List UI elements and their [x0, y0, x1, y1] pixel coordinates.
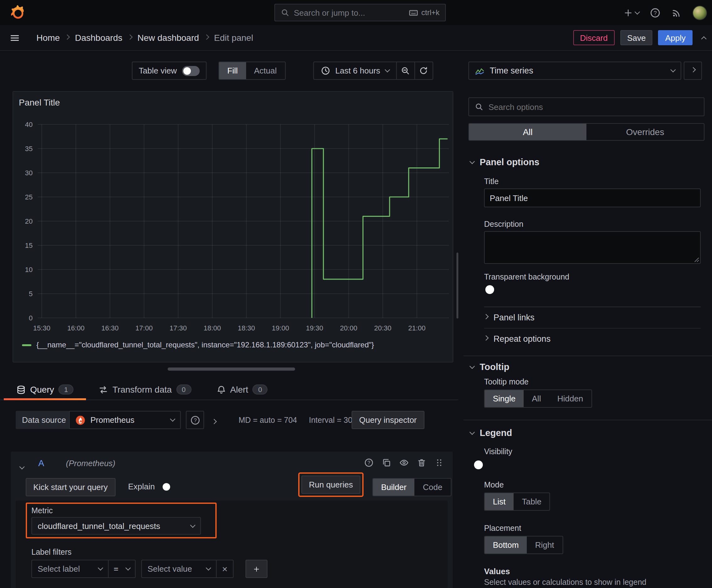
run-queries-button[interactable]: Run queries: [301, 476, 360, 494]
options-search-input[interactable]: [489, 102, 698, 111]
bell-icon: [216, 385, 226, 394]
resize-corner-icon[interactable]: [693, 256, 699, 262]
datasource-help-button[interactable]: [186, 411, 204, 429]
resize-handle[interactable]: [168, 368, 295, 371]
legend-mode-switch: List Table: [484, 492, 550, 511]
panel-title-input[interactable]: [484, 188, 701, 207]
divider: [463, 420, 712, 420]
drag-handle-icon[interactable]: [434, 458, 444, 467]
query-inspector-button[interactable]: Query inspector: [352, 411, 425, 429]
apply-button[interactable]: Apply: [658, 30, 693, 45]
chevron-down-icon: [206, 565, 211, 571]
zoom-out-button[interactable]: [396, 62, 415, 80]
add-filter-button[interactable]: [245, 560, 267, 578]
menu-toggle-button[interactable]: [9, 33, 20, 43]
tab-alert[interactable]: Alert 0: [204, 379, 280, 400]
placement-right-option[interactable]: Right: [527, 537, 562, 553]
visibility-label: Visibility: [484, 447, 512, 456]
chevron-right-icon: [65, 34, 70, 40]
timeseries-viz-icon: [475, 66, 485, 75]
chevron-down-icon: [190, 522, 196, 528]
query-ref[interactable]: A: [38, 458, 44, 468]
breadcrumb-home[interactable]: Home: [37, 33, 60, 43]
tooltip-all-option[interactable]: All: [524, 390, 549, 407]
grafana-logo[interactable]: [9, 4, 25, 21]
help-button[interactable]: [650, 7, 661, 18]
actual-option[interactable]: Actual: [246, 62, 285, 79]
chevron-down-icon: [385, 67, 390, 72]
description-textarea[interactable]: [484, 231, 701, 264]
chevron-down-icon: [126, 565, 131, 571]
legend-label[interactable]: {__name__="cloudflared_tunnel_total_requ…: [37, 340, 374, 349]
query-help-icon[interactable]: [364, 458, 373, 467]
duplicate-query-icon[interactable]: [382, 458, 391, 467]
global-search-input[interactable]: [294, 8, 404, 17]
operator-dropdown[interactable]: =: [108, 560, 136, 578]
legend-table-option[interactable]: Table: [514, 493, 549, 510]
disable-query-icon[interactable]: [399, 458, 409, 467]
breadcrumb-dashboards[interactable]: Dashboards: [75, 33, 123, 43]
legend-header[interactable]: Legend: [470, 428, 512, 438]
new-menu-button[interactable]: [624, 8, 639, 17]
refresh-button[interactable]: [414, 62, 433, 80]
tab-overrides[interactable]: Overrides: [586, 124, 704, 140]
alert-count-badge: 0: [253, 384, 268, 395]
tab-all[interactable]: All: [469, 124, 586, 140]
panel-options-header[interactable]: Panel options: [470, 157, 539, 167]
explain-label: Explain: [128, 482, 155, 491]
tooltip-header[interactable]: Tooltip: [470, 362, 510, 372]
breadcrumb-new-dashboard[interactable]: New dashboard: [137, 33, 199, 43]
tab-transform[interactable]: Transform data 0: [86, 379, 204, 400]
visualization-picker[interactable]: Time series: [468, 62, 681, 80]
avatar[interactable]: [693, 5, 707, 20]
select-label-dropdown[interactable]: Select label: [31, 560, 109, 578]
collapse-query-button[interactable]: [20, 461, 24, 470]
svg-text:35: 35: [25, 145, 33, 153]
metric-label: Metric: [31, 506, 53, 515]
news-icon[interactable]: [671, 7, 682, 18]
options-search[interactable]: [468, 97, 705, 116]
svg-text:40: 40: [25, 121, 33, 128]
delete-query-icon[interactable]: [417, 458, 426, 467]
scrollbar[interactable]: [456, 253, 458, 318]
time-range-picker[interactable]: Last 6 hours: [313, 62, 396, 80]
toggle-viz-pane-button[interactable]: [684, 62, 702, 80]
tooltip-single-option[interactable]: Single: [485, 390, 524, 407]
collapse-header-button[interactable]: [702, 33, 706, 42]
svg-text:18:30: 18:30: [238, 324, 255, 332]
database-icon: [16, 385, 26, 394]
builder-option[interactable]: Builder: [373, 479, 415, 496]
max-data-points: MD = auto = 704: [239, 416, 297, 425]
global-search[interactable]: ctrl+k: [274, 4, 446, 21]
save-button[interactable]: Save: [620, 30, 653, 45]
tooltip-hidden-option[interactable]: Hidden: [549, 390, 591, 407]
svg-text:21:00: 21:00: [408, 324, 425, 332]
breadcrumb-edit-panel: Edit panel: [214, 33, 253, 43]
remove-filter-button[interactable]: ×: [216, 560, 234, 578]
chart-legend[interactable]: {__name__="cloudflared_tunnel_total_requ…: [22, 340, 374, 349]
query-row: A (Prometheus) Kick start your query Exp…: [11, 452, 453, 588]
repeat-options-section[interactable]: Repeat options: [484, 328, 701, 349]
expand-button[interactable]: [212, 416, 216, 425]
discard-button[interactable]: Discard: [573, 30, 615, 45]
breadcrumb-bar: Home Dashboards New dashboard Edit panel…: [0, 25, 712, 51]
search-icon: [281, 8, 289, 17]
select-value-dropdown[interactable]: Select value: [141, 560, 217, 578]
metric-select[interactable]: cloudflared_tunnel_total_requests: [31, 517, 201, 534]
tooltip-mode-label: Tooltip mode: [484, 378, 528, 386]
kick-start-button[interactable]: Kick start your query: [26, 478, 115, 496]
svg-text:20: 20: [25, 217, 33, 225]
transform-count-badge: 0: [176, 384, 191, 395]
code-option[interactable]: Code: [415, 479, 451, 496]
table-view-toggle[interactable]: [182, 66, 199, 76]
placement-bottom-option[interactable]: Bottom: [485, 537, 527, 553]
legend-list-option[interactable]: List: [485, 493, 514, 510]
svg-text:16:30: 16:30: [102, 324, 118, 332]
fill-actual-switch: Fill Actual: [218, 62, 286, 80]
fill-option[interactable]: Fill: [219, 62, 246, 79]
tab-query[interactable]: Query 1: [4, 379, 86, 400]
svg-text:16:00: 16:00: [67, 324, 84, 332]
legend-placement-switch: Bottom Right: [484, 536, 563, 554]
panel-links-section[interactable]: Panel links: [484, 307, 701, 328]
datasource-picker[interactable]: Prometheus: [69, 411, 181, 429]
